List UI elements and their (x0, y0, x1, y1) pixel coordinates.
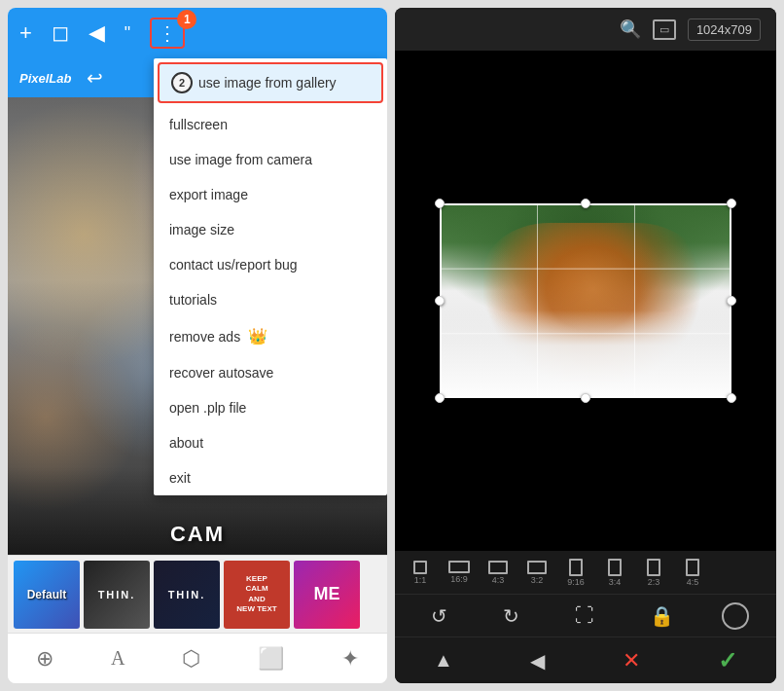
save-button[interactable]: ◻ (52, 20, 69, 46)
nav-effects-icon[interactable]: ✦ (341, 646, 359, 672)
nav-layers-icon[interactable]: ⊕ (36, 646, 53, 672)
gallery-menu-item[interactable]: use image from gallery (198, 75, 337, 91)
more-icon: ⋮ (158, 21, 177, 45)
thumbnail-strip: Default THIN. THIN. KEEPCALMANDNEW TEXT … (8, 555, 387, 633)
cam-text-label: CAM (8, 522, 387, 555)
nav-sticker-icon[interactable]: ⬜ (258, 646, 284, 672)
rotate-cw-button[interactable]: ↻ (495, 600, 527, 632)
confirm-button[interactable]: ✓ (702, 643, 753, 678)
rotate-ccw-button[interactable]: ↺ (423, 600, 455, 632)
lock-button[interactable]: 🔒 (642, 600, 682, 632)
handle-top-right[interactable] (727, 199, 736, 208)
badge-1: 1 (177, 10, 196, 29)
right-panel: 🔍 ▭ 1024x709 (395, 8, 776, 683)
action-row: ▲ ◀ ✕ ✓ (395, 636, 776, 683)
handle-middle-right[interactable] (727, 296, 736, 306)
ratio-wider-icon (448, 561, 470, 573)
ratio-3-2[interactable]: 3:2 (519, 557, 554, 589)
tiger-image-container[interactable] (440, 203, 731, 398)
handle-bottom-center[interactable] (581, 393, 590, 403)
quote-button[interactable]: " (125, 23, 130, 44)
thumb-thin2[interactable]: THIN. (154, 561, 220, 629)
crop-border (440, 203, 731, 398)
thumb-default[interactable]: Default (14, 561, 80, 629)
back-button[interactable]: ◀ (515, 645, 560, 676)
tutorials-menu-item[interactable]: tutorials (154, 282, 387, 317)
handle-bottom-left[interactable] (435, 393, 445, 403)
fullscreen-button[interactable]: ⛶ (567, 600, 602, 631)
autosave-menu-item[interactable]: recover autosave (154, 355, 387, 390)
ratio-rect-icon (488, 561, 508, 574)
nav-text-icon[interactable]: A (111, 647, 125, 670)
image-size-menu-item[interactable]: image size (154, 212, 387, 247)
handle-middle-left[interactable] (435, 296, 445, 306)
exit-menu-item[interactable]: exit (154, 460, 387, 495)
nav-shape-icon[interactable]: ⬡ (182, 646, 200, 672)
ratio-3-4[interactable]: 3:4 (597, 555, 632, 591)
about-menu-item[interactable]: about (154, 425, 387, 460)
bottom-nav: ⊕ A ⬡ ⬜ ✦ (8, 633, 387, 683)
ratio-rect2-icon (527, 561, 547, 574)
ratio-9-16[interactable]: 9:16 (558, 555, 593, 591)
crop-area (395, 51, 776, 551)
resolution-display: 1024x709 (688, 18, 761, 41)
ratio-tall2-icon (608, 559, 622, 576)
ratio-2-3[interactable]: 2:3 (636, 555, 671, 591)
crown-icon: 👑 (248, 327, 267, 346)
undo-button[interactable]: ↩ (87, 66, 103, 90)
camera-menu-item[interactable]: use image from camera (154, 142, 387, 177)
handle-top-center[interactable] (581, 199, 590, 208)
ratio-toolbar: 1:1 16:9 4:3 3:2 9:16 3:4 2:3 4:5 (395, 551, 776, 594)
handle-top-left[interactable] (435, 199, 445, 208)
open-plp-menu-item[interactable]: open .plp file (154, 390, 387, 425)
handle-bottom-right[interactable] (727, 393, 736, 403)
flip-horizontal-button[interactable]: ▲ (418, 645, 469, 675)
tools-row: ↺ ↻ ⛶ 🔒 (395, 594, 776, 636)
ratio-4-3[interactable]: 4:3 (481, 557, 516, 589)
thumb-me[interactable]: ME (294, 561, 360, 629)
badge-2-label: 2 (171, 72, 193, 93)
zoom-icon[interactable]: 🔍 (620, 18, 641, 40)
thumb-keep[interactable]: KEEPCALMANDNEW TEXT (224, 561, 290, 629)
aspect-icon[interactable]: ▭ (653, 19, 676, 40)
contact-menu-item[interactable]: contact us/report bug (154, 247, 387, 282)
dropdown-menu: 2 use image from gallery fullscreen use … (154, 58, 387, 495)
ratio-tall3-icon (647, 559, 660, 576)
thumb-thin1[interactable]: THIN. (84, 561, 150, 629)
right-header: 🔍 ▭ 1024x709 (395, 8, 776, 51)
ratio-square-icon (413, 561, 427, 574)
share-button[interactable]: ◀ (89, 20, 105, 46)
top-toolbar: + ◻ ◀ " ⋮ 1 (8, 8, 387, 58)
left-panel: + ◻ ◀ " ⋮ 1 PixelLab ↩ 2 use image from … (8, 8, 387, 683)
ratio-16-9[interactable]: 16:9 (442, 557, 477, 588)
circle-button[interactable] (722, 602, 749, 630)
export-menu-item[interactable]: export image (154, 177, 387, 212)
ratio-4-5[interactable]: 4:5 (675, 555, 710, 591)
ratio-1-1[interactable]: 1:1 (403, 557, 438, 589)
remove-ads-menu-item[interactable]: remove ads 👑 (154, 317, 387, 355)
ratio-tall4-icon (686, 559, 699, 576)
app-logo: PixelLab (19, 71, 71, 86)
add-button[interactable]: + (19, 20, 32, 46)
ratio-tall-icon (569, 559, 583, 576)
cancel-button[interactable]: ✕ (607, 644, 656, 677)
more-options-button[interactable]: ⋮ 1 (150, 18, 185, 49)
fullscreen-menu-item[interactable]: fullscreen (154, 107, 387, 142)
